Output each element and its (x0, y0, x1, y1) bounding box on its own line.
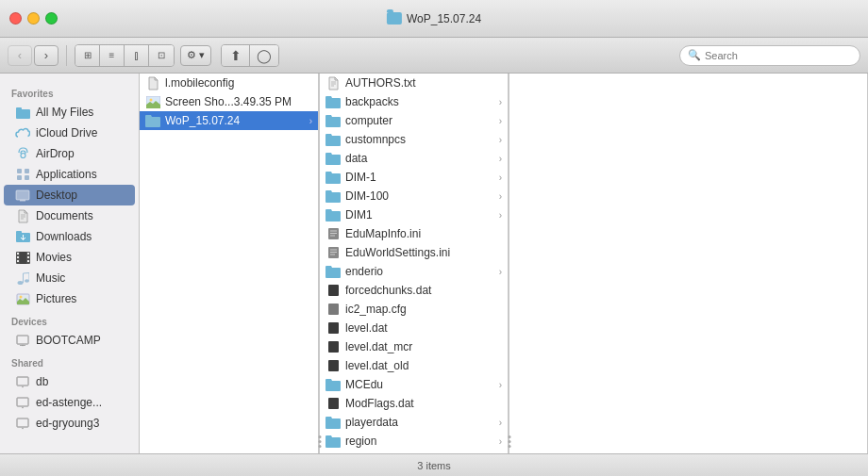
svg-rect-1 (16, 107, 22, 110)
file-name: enderio (345, 265, 383, 278)
svg-rect-34 (17, 398, 28, 406)
folder-icon (326, 266, 341, 278)
view-cover-button[interactable]: ⊡ (149, 45, 174, 66)
file-item-region[interactable]: region › (320, 432, 508, 451)
file-item-backpacks[interactable]: backpacks › (320, 92, 508, 111)
svg-point-37 (22, 428, 24, 430)
sidebar-item-label: Desktop (36, 189, 77, 202)
view-icon-button[interactable]: ⊞ (75, 45, 100, 66)
file-name: region (345, 435, 376, 448)
chevron-right-icon: › (499, 267, 502, 277)
file-item-ic2-map[interactable]: ic2_map.cfg (320, 300, 508, 319)
minimize-button[interactable] (27, 12, 40, 25)
chevron-right-icon: › (499, 154, 502, 164)
search-box[interactable]: 🔍 (679, 45, 860, 66)
file-item-mobileconfig[interactable]: l.mobileconfig (140, 74, 318, 92)
favorites-header: Favorites (0, 81, 139, 102)
file-item-enderio[interactable]: enderio › (320, 262, 508, 281)
file-item-computer[interactable]: computer › (320, 111, 508, 130)
sidebar-item-movies[interactable]: Movies (4, 247, 135, 268)
sidebar-item-bootcamp[interactable]: BOOTCAMP (4, 330, 135, 351)
back-icon: ‹ (18, 48, 22, 62)
file-item-playerdata[interactable]: playerdata › (320, 413, 508, 432)
sidebar-item-music[interactable]: Music (4, 268, 135, 288)
sidebar-item-downloads[interactable]: Downloads (4, 226, 135, 247)
file-item-forcedchunks[interactable]: forcedchunks.dat (320, 281, 508, 300)
file-item-level-mcr[interactable]: level.dat_mcr (320, 337, 508, 356)
file-name: ModFlags.dat (345, 397, 414, 410)
dat-icon (326, 322, 341, 335)
all-my-files-icon (15, 105, 30, 120)
doc-icon (326, 77, 341, 90)
dat-icon (326, 360, 341, 372)
svg-rect-6 (25, 175, 29, 180)
main-area: Favorites All My Files iCloud Drive (0, 74, 868, 453)
file-name: customnpcs (345, 133, 406, 146)
file-item-dim-100[interactable]: DIM-100 › (320, 187, 508, 205)
file-panes: l.mobileconfig Screen Sho...3.49.35 PM (140, 74, 868, 453)
bootcamp-icon (15, 333, 30, 348)
sidebar-item-airdrop[interactable]: AirDrop (4, 143, 135, 164)
file-name: level.dat (345, 321, 388, 335)
svg-point-39 (149, 98, 152, 101)
sidebar-item-icloud-drive[interactable]: iCloud Drive (4, 123, 135, 143)
folder-icon (326, 417, 341, 429)
file-item-session-lock[interactable]: session.lock (320, 451, 508, 453)
file-name: computer (345, 114, 392, 127)
file-item-modflags[interactable]: ModFlags.dat (320, 394, 508, 413)
file-name: level.dat_old (345, 359, 409, 372)
file-name: Screen Sho...3.49.35 PM (165, 95, 292, 108)
file-item-mcedu[interactable]: MCEdu › (320, 375, 508, 394)
view-list-button[interactable]: ≡ (100, 45, 125, 66)
sidebar-item-db[interactable]: db (4, 371, 135, 392)
svg-point-33 (22, 386, 24, 388)
file-name: playerdata (345, 416, 398, 429)
file-item-eduworldsettings[interactable]: EduWorldSettings.ini (320, 243, 508, 262)
search-input[interactable] (705, 50, 852, 61)
sidebar-item-applications[interactable]: Applications (4, 164, 135, 185)
file-item-wop-folder[interactable]: WoP_15.07.24 › (140, 111, 318, 130)
share-button[interactable]: ⬆ (222, 45, 250, 66)
svg-rect-20 (27, 260, 29, 262)
folder-icon (326, 209, 341, 222)
close-button[interactable] (9, 12, 22, 25)
dat-icon (326, 341, 341, 353)
arrange-button[interactable]: ⚙ ▾ (180, 45, 211, 66)
file-item-edumapinfo[interactable]: EduMapInfo.ini (320, 224, 508, 243)
file-name: AUTHORS.txt (345, 76, 416, 90)
file-item-screenshot[interactable]: Screen Sho...3.49.35 PM (140, 92, 318, 111)
maximize-button[interactable] (45, 12, 58, 25)
sidebar-item-all-my-files[interactable]: All My Files (4, 102, 135, 123)
file-item-dim-1[interactable]: DIM-1 › (320, 168, 508, 187)
view-column-button[interactable]: ⫿ (125, 45, 149, 66)
file-item-customnpcs[interactable]: customnpcs › (320, 130, 508, 149)
file-icon (145, 77, 160, 90)
sidebar-item-documents[interactable]: Documents (4, 205, 135, 226)
tag-button[interactable]: ◯ (250, 45, 278, 66)
file-name: data (345, 152, 367, 165)
file-item-data[interactable]: data › (320, 149, 508, 168)
sidebar-item-ed-gryoung3[interactable]: ed-gryoung3 (4, 413, 135, 434)
chevron-right-icon: › (499, 191, 502, 202)
music-icon (15, 271, 30, 286)
cfg-icon (326, 304, 341, 316)
forward-button[interactable]: › (34, 45, 58, 66)
statusbar: 3 items (0, 453, 868, 476)
sidebar-item-desktop[interactable]: Desktop (4, 185, 135, 205)
sidebar-item-pictures[interactable]: Pictures (4, 288, 135, 309)
back-button[interactable]: ‹ (8, 45, 32, 66)
file-item-dim1[interactable]: DIM1 › (320, 205, 508, 224)
folder-icon (326, 153, 341, 165)
sidebar-item-label: ed-gryoung3 (36, 417, 99, 430)
chevron-right-icon: › (499, 210, 502, 221)
title-folder-icon (387, 12, 402, 25)
file-item-authors[interactable]: AUTHORS.txt (320, 74, 508, 92)
file-item-level[interactable]: level.dat (320, 319, 508, 337)
chevron-right-icon: › (499, 380, 502, 390)
svg-point-2 (21, 154, 25, 158)
folder-icon (326, 96, 341, 108)
folder-icon (326, 379, 341, 391)
sidebar-item-ed-astenge[interactable]: ed-astenge... (4, 392, 135, 413)
statusbar-items-count: 3 items (11, 460, 857, 471)
file-item-level-old[interactable]: level.dat_old (320, 356, 508, 375)
